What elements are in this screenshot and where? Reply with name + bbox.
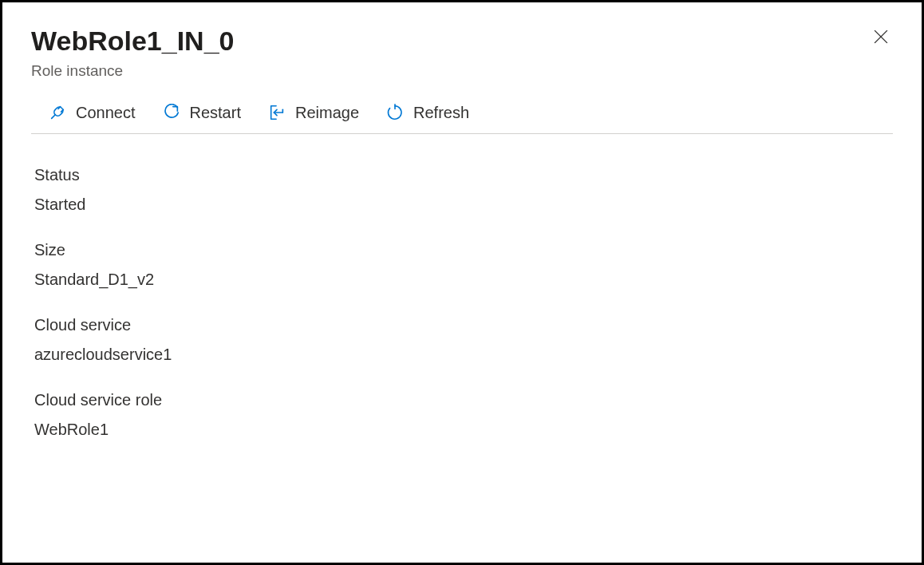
reimage-icon — [268, 104, 286, 121]
size-label: Size — [34, 241, 893, 259]
cloud-service-value: azurecloudservice1 — [34, 346, 893, 364]
cloud-service-role-label: Cloud service role — [34, 391, 893, 409]
status-label: Status — [34, 166, 893, 184]
size-group: Size Standard_D1_v2 — [34, 241, 893, 289]
reimage-button[interactable]: Reimage — [268, 104, 359, 122]
page-subtitle: Role instance — [31, 62, 234, 80]
reimage-label: Reimage — [295, 104, 359, 122]
size-value: Standard_D1_v2 — [34, 271, 893, 289]
connect-button[interactable]: Connect — [49, 104, 136, 122]
page-title: WebRole1_IN_0 — [31, 25, 234, 57]
refresh-label: Refresh — [413, 104, 469, 122]
title-block: WebRole1_IN_0 Role instance — [31, 25, 234, 80]
connect-icon — [49, 104, 66, 121]
details-panel: Status Started Size Standard_D1_v2 Cloud… — [31, 166, 893, 439]
command-bar: Connect Restart Reimage — [31, 104, 893, 134]
blade-header: WebRole1_IN_0 Role instance — [31, 25, 893, 80]
restart-button[interactable]: Restart — [163, 104, 241, 122]
status-group: Status Started — [34, 166, 893, 214]
status-value: Started — [34, 196, 893, 214]
cloud-service-role-group: Cloud service role WebRole1 — [34, 391, 893, 439]
cloud-service-role-value: WebRole1 — [34, 421, 893, 439]
restart-icon — [163, 104, 180, 121]
refresh-icon — [386, 104, 404, 121]
cloud-service-group: Cloud service azurecloudservice1 — [34, 316, 893, 364]
restart-label: Restart — [190, 104, 241, 122]
connect-label: Connect — [76, 104, 136, 122]
refresh-button[interactable]: Refresh — [386, 104, 469, 122]
close-button[interactable] — [869, 25, 893, 51]
cloud-service-label: Cloud service — [34, 316, 893, 334]
close-icon — [874, 30, 888, 46]
